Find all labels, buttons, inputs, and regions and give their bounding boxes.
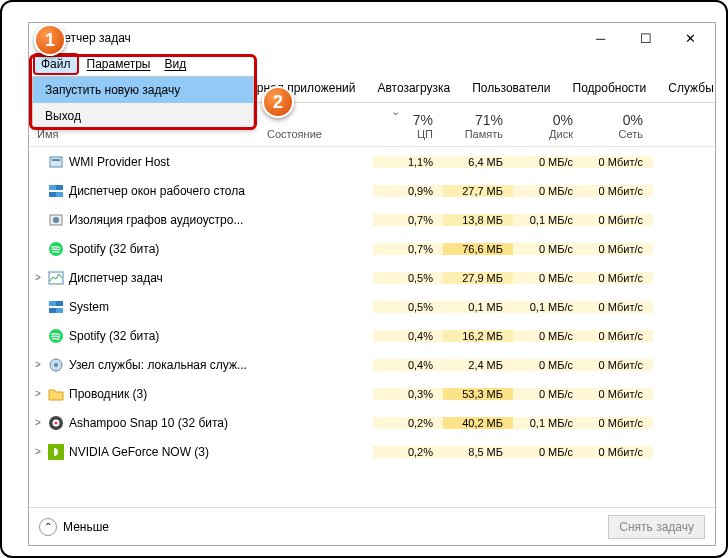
cpu-label: ЦП	[417, 128, 433, 140]
cpu-cell: 0,2%	[373, 446, 443, 458]
process-icon	[47, 386, 65, 402]
cpu-cell: 0,7%	[373, 214, 443, 226]
process-list[interactable]: WMI Provider Host1,1%6,4 МБ0 МБ/с0 Мбит/…	[29, 147, 715, 507]
close-button[interactable]: ✕	[668, 23, 713, 53]
svg-rect-9	[49, 272, 63, 284]
cpu-cell: 0,4%	[373, 359, 443, 371]
net-cell: 0 Мбит/с	[583, 272, 653, 284]
cpu-cell: 0,5%	[373, 301, 443, 313]
tab-startup[interactable]: Автозагрузка	[366, 75, 461, 102]
menu-view[interactable]: Вид	[158, 55, 192, 73]
disk-cell: 0 МБ/с	[513, 185, 583, 197]
expand-icon[interactable]: >	[29, 446, 47, 457]
col-cpu[interactable]: 7% ЦП	[373, 103, 443, 146]
disk-cell: 0 МБ/с	[513, 272, 583, 284]
table-row[interactable]: >Диспетчер задач0,5%27,9 МБ0 МБ/с0 Мбит/…	[29, 263, 715, 292]
tab-services[interactable]: Службы	[657, 75, 724, 102]
end-task-button[interactable]: Снять задачу	[608, 515, 705, 539]
table-row[interactable]: Изоляция графов аудиоустро...0,7%13,8 МБ…	[29, 205, 715, 234]
table-row[interactable]: WMI Provider Host1,1%6,4 МБ0 МБ/с0 Мбит/…	[29, 147, 715, 176]
table-row[interactable]: Spotify (32 бита)0,7%76,6 МБ0 МБ/с0 Мбит…	[29, 234, 715, 263]
maximize-button[interactable]: ☐	[623, 23, 668, 53]
svg-point-16	[54, 363, 58, 367]
content-area: Имя Состояние 7% ЦП 71% Память 0% Диск 0…	[29, 103, 715, 507]
col-memory[interactable]: 71% Память	[443, 103, 513, 146]
mem-cell: 16,2 МБ	[443, 330, 513, 342]
svg-rect-0	[50, 157, 62, 167]
cpu-cell: 0,7%	[373, 243, 443, 255]
process-name: Проводник (3)	[65, 387, 263, 401]
mem-cell: 27,7 МБ	[443, 185, 513, 197]
net-cell: 0 Мбит/с	[583, 243, 653, 255]
fewer-details-link[interactable]: Меньше	[63, 520, 109, 534]
process-icon	[47, 328, 65, 344]
disk-pct: 0%	[553, 112, 573, 128]
disk-cell: 0,1 МБ/с	[513, 301, 583, 313]
mem-pct: 71%	[475, 112, 503, 128]
process-icon	[47, 415, 65, 431]
svg-rect-5	[56, 192, 63, 197]
menu-file[interactable]: Файл	[33, 53, 79, 75]
net-cell: 0 Мбит/с	[583, 330, 653, 342]
menu-run-new-task[interactable]: Запустить новую задачу	[33, 77, 253, 103]
net-cell: 0 Мбит/с	[583, 359, 653, 371]
menubar: Файл Параметры Вид	[29, 53, 715, 75]
callout-1: 1	[34, 24, 66, 56]
svg-rect-12	[49, 308, 56, 313]
svg-rect-1	[52, 159, 60, 161]
menu-options[interactable]: Параметры	[81, 55, 157, 73]
cpu-cell: 0,4%	[373, 330, 443, 342]
svg-rect-4	[49, 192, 56, 197]
table-row[interactable]: >NVIDIA GeForce NOW (3)0,2%8,5 МБ0 МБ/с0…	[29, 437, 715, 466]
process-icon	[47, 357, 65, 373]
process-icon	[47, 154, 65, 170]
minimize-button[interactable]: ─	[578, 23, 623, 53]
table-row[interactable]: Диспетчер окон рабочего стола0,9%27,7 МБ…	[29, 176, 715, 205]
process-name: System	[65, 300, 263, 314]
svg-point-19	[55, 421, 58, 424]
net-pct: 0%	[623, 112, 643, 128]
disk-label: Диск	[549, 128, 573, 140]
process-name: Spotify (32 бита)	[65, 329, 263, 343]
disk-cell: 0 МБ/с	[513, 388, 583, 400]
mem-cell: 40,2 МБ	[443, 417, 513, 429]
net-cell: 0 Мбит/с	[583, 185, 653, 197]
mem-cell: 13,8 МБ	[443, 214, 513, 226]
svg-rect-13	[56, 308, 63, 313]
process-name: Spotify (32 бита)	[65, 242, 263, 256]
expand-icon[interactable]: >	[29, 417, 47, 428]
mem-cell: 0,1 МБ	[443, 301, 513, 313]
net-cell: 0 Мбит/с	[583, 156, 653, 168]
collapse-icon[interactable]: ⌃	[39, 518, 57, 536]
mem-cell: 2,4 МБ	[443, 359, 513, 371]
disk-cell: 0 МБ/с	[513, 446, 583, 458]
tab-users[interactable]: Пользователи	[461, 75, 561, 102]
process-name: Узел службы: локальная служ...	[65, 358, 263, 372]
disk-cell: 0,1 МБ/с	[513, 417, 583, 429]
menu-exit[interactable]: Выход	[33, 103, 253, 129]
col-disk[interactable]: 0% Диск	[513, 103, 583, 146]
table-row[interactable]: >Проводник (3)0,3%53,3 МБ0 МБ/с0 Мбит/с	[29, 379, 715, 408]
cpu-cell: 0,9%	[373, 185, 443, 197]
svg-point-7	[53, 217, 59, 223]
net-cell: 0 Мбит/с	[583, 388, 653, 400]
table-row[interactable]: Spotify (32 бита)0,4%16,2 МБ0 МБ/с0 Мбит…	[29, 321, 715, 350]
expand-icon[interactable]: >	[29, 272, 47, 283]
process-name: Ashampoo Snap 10 (32 бита)	[65, 416, 263, 430]
mem-cell: 8,5 МБ	[443, 446, 513, 458]
col-network[interactable]: 0% Сеть	[583, 103, 653, 146]
cpu-pct: 7%	[413, 112, 433, 128]
tab-details[interactable]: Подробности	[562, 75, 658, 102]
svg-rect-3	[56, 185, 63, 190]
mem-cell: 53,3 МБ	[443, 388, 513, 400]
process-icon	[47, 270, 65, 286]
expand-icon[interactable]: >	[29, 359, 47, 370]
process-icon	[47, 299, 65, 315]
table-row[interactable]: >Узел службы: локальная служ...0,4%2,4 М…	[29, 350, 715, 379]
mem-cell: 6,4 МБ	[443, 156, 513, 168]
process-name: WMI Provider Host	[65, 155, 263, 169]
expand-icon[interactable]: >	[29, 388, 47, 399]
table-row[interactable]: System0,5%0,1 МБ0,1 МБ/с0 Мбит/с	[29, 292, 715, 321]
table-row[interactable]: >Ashampoo Snap 10 (32 бита)0,2%40,2 МБ0,…	[29, 408, 715, 437]
cpu-cell: 0,3%	[373, 388, 443, 400]
